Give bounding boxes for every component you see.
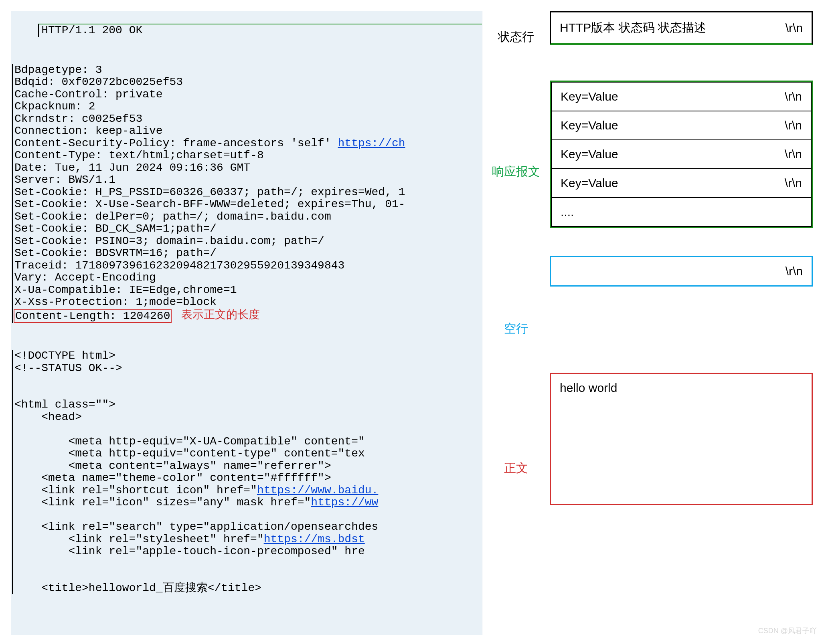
schematic-blank-line: \r\n [550, 256, 813, 287]
kv-text: Key=Value [561, 119, 618, 132]
schematic-status-line: HTTP版本 状态码 状态描述 \r\n [550, 11, 813, 45]
body-text-2: <link rel="icon" sizes="any" mask href=" [14, 496, 311, 509]
schematic-status-text: HTTP版本 状态码 状态描述 [560, 20, 706, 36]
content-length-note: 表示正文的长度 [181, 309, 260, 321]
kv-text: Key=Value [561, 90, 618, 103]
body-text-1: <!DOCTYPE html> <!--STATUS OK--> <html c… [14, 349, 365, 497]
schematic-header-ellipsis: .... [551, 197, 812, 227]
section-labels: 状态行 响应报文 空行 正文 [488, 11, 544, 635]
csp-link[interactable]: https://ch [338, 137, 405, 149]
kv-text: Key=Value [561, 147, 618, 161]
raw-http-response: HTTP/1.1 200 OK Bdpagetype: 3 Bdqid: 0xf… [11, 11, 482, 635]
ellipsis-text: .... [561, 205, 574, 219]
body-text-4: <link rel="apple-touch-icon-precomposed"… [14, 545, 365, 594]
label-status-line: 状态行 [488, 29, 544, 45]
schematic-header-row: Key=Value \r\n [551, 82, 812, 111]
schematic-column: HTTP版本 状态码 状态描述 \r\n Key=Value \r\n Key=… [550, 11, 813, 635]
crlf-text: \r\n [786, 21, 803, 35]
schematic-body: hello world [550, 373, 813, 505]
schematic-headers: Key=Value \r\n Key=Value \r\n Key=Value … [550, 81, 813, 228]
label-response-headers: 响应报文 [488, 164, 544, 180]
watermark: CSDN @风君子吖 [758, 626, 817, 636]
schematic-header-row: Key=Value \r\n [551, 139, 812, 168]
status-line-box: HTTP/1.1 200 OK [38, 24, 482, 38]
body-link-3[interactable]: https://ms.bdst [264, 533, 365, 545]
content-length-box: Content-Length: 1204260 [14, 309, 172, 323]
crlf-text: \r\n [785, 147, 802, 161]
headers-text-2: Content-Type: text/html;charset=utf-8 Da… [14, 149, 405, 308]
body-example-text: hello world [560, 381, 617, 394]
body-link-1[interactable]: https://www.baidu. [257, 484, 378, 497]
schematic-header-row: Key=Value \r\n [551, 168, 812, 197]
label-body: 正文 [488, 460, 544, 476]
body-link-2[interactable]: https://ww [311, 496, 378, 509]
label-blank-line: 空行 [488, 321, 544, 337]
kv-text: Key=Value [561, 176, 618, 190]
crlf-text: \r\n [785, 119, 802, 132]
crlf-text: \r\n [786, 264, 803, 278]
schematic-header-row: Key=Value \r\n [551, 111, 812, 139]
crlf-text: \r\n [785, 176, 802, 190]
response-headers-block: Bdpagetype: 3 Bdqid: 0xf02072bc0025ef53 … [12, 64, 482, 323]
headers-text-1: Bdpagetype: 3 Bdqid: 0xf02072bc0025ef53 … [14, 64, 338, 149]
content-length-text: Content-Length: 1204260 [15, 310, 170, 322]
status-line-text: HTTP/1.1 200 OK [41, 24, 142, 36]
response-body-block: <!DOCTYPE html> <!--STATUS OK--> <html c… [12, 350, 482, 594]
crlf-text: \r\n [785, 90, 802, 103]
